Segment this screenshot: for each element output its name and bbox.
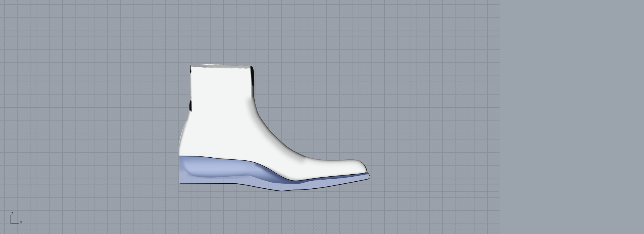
svg-text:z: z	[11, 211, 13, 215]
svg-text:y: y	[20, 220, 22, 224]
